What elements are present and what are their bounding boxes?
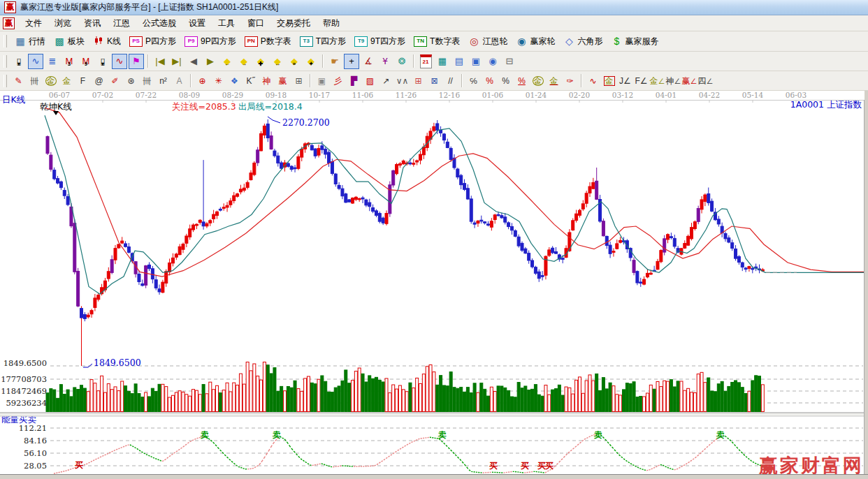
toolbar-button-kline-style-dropdown[interactable]: ▯▾ bbox=[11, 54, 27, 69]
menu-item-江恩[interactable]: 江恩 bbox=[107, 15, 136, 31]
toolbar-button-winner-wheel[interactable]: ◉赢家轮 bbox=[512, 34, 559, 49]
toolbar-button-crosshair[interactable]: + bbox=[344, 54, 359, 69]
toolbar-button-calculator[interactable]: ▦ bbox=[435, 54, 450, 69]
toolbar-button-ying-grid[interactable]: 赢 bbox=[275, 73, 290, 89]
toolbar-button-last-page[interactable]: ▶| bbox=[169, 54, 185, 69]
toolbar-button-zigzag-tool[interactable]: ∿ bbox=[112, 54, 127, 69]
toolbar-button-first-page[interactable]: |◀ bbox=[152, 54, 168, 69]
toolbar-button-shen-angle[interactable]: 神∠ bbox=[666, 73, 681, 89]
toolbar-button-winner-service[interactable]: $赢家服务 bbox=[607, 34, 663, 49]
toolbar-button-spiral[interactable]: @ bbox=[92, 73, 106, 89]
toolbar-button-gold-line[interactable]: 金 bbox=[547, 73, 561, 89]
toolbar-button-draw-pen[interactable]: ✎ bbox=[11, 73, 26, 89]
toolbar-button-gold-section[interactable]: 金 bbox=[59, 73, 74, 89]
toolbar-button-v-wave[interactable]: ∨∧ bbox=[395, 73, 410, 89]
toolbar-button-box-rays[interactable]: ▛ bbox=[347, 73, 361, 89]
toolbar-button-shen-grid[interactable]: 神 bbox=[259, 73, 274, 89]
menu-item-资讯[interactable]: 资讯 bbox=[78, 15, 107, 31]
toolbar-button-t-number[interactable]: TNT数字表 bbox=[410, 34, 464, 49]
toolbar-button-gann-grid[interactable]: 卌 bbox=[27, 73, 42, 89]
toolbar-button-ruler-123[interactable]: ⊞ bbox=[291, 73, 306, 89]
toolbar-button-parallel-lines[interactable]: // bbox=[443, 73, 458, 89]
toolbar-button-gold-section-circle[interactable]: 金 bbox=[43, 73, 58, 89]
toolbar-button-wave-3[interactable]: M3 bbox=[62, 54, 77, 69]
toolbar-button-dot-grid[interactable]: ⊞ bbox=[411, 73, 426, 89]
toolbar-button-wave-av[interactable]: ∿ bbox=[586, 73, 600, 89]
toolbar-button-p-square[interactable]: PSP四方形 bbox=[125, 34, 180, 49]
toolbar-button-brush[interactable]: ✑ bbox=[563, 73, 577, 89]
toolbar-button-grid-arrow[interactable]: ⊠ bbox=[427, 73, 442, 89]
toolbar-button-p-number[interactable]: PNP数字表 bbox=[240, 34, 296, 49]
toolbar-grip[interactable] bbox=[3, 55, 7, 68]
toolbar-button-calendar[interactable]: 21 bbox=[418, 54, 433, 69]
toolbar-button-four-angle[interactable]: 四∠ bbox=[698, 73, 713, 89]
toolbar-button-arrow-fan[interactable]: ↗ bbox=[379, 73, 393, 89]
menu-item-工具[interactable]: 工具 bbox=[212, 15, 241, 31]
toolbar-button-notes[interactable]: ▤ bbox=[451, 54, 467, 69]
toolbar-button-t-square[interactable]: T3T四方形 bbox=[296, 34, 350, 49]
panel-splitter[interactable] bbox=[0, 413, 865, 416]
toolbar-button-gold-box[interactable]: 金 bbox=[602, 73, 616, 89]
menu-item-设置[interactable]: 设置 bbox=[182, 15, 212, 31]
toolbar-button-quotes[interactable]: ▦行情 bbox=[10, 34, 50, 49]
toolbar-button-prev-bar[interactable]: ◀ bbox=[186, 54, 201, 69]
toolbar-button-box-diagonal[interactable]: ▨ bbox=[363, 73, 377, 89]
toolbar-button-save[interactable]: ▣ bbox=[468, 54, 484, 69]
toolbar-button-n-square[interactable]: n² bbox=[156, 73, 171, 89]
menu-item-交易委托[interactable]: 交易委托 bbox=[270, 15, 317, 31]
toolbar-button-percent[interactable]: % bbox=[498, 73, 513, 89]
toolbar-button-sectors[interactable]: ▩板块 bbox=[50, 34, 89, 49]
toolbar-button-j-angle[interactable]: J∠ bbox=[618, 73, 632, 89]
toolbar-button-center-view[interactable]: ◆✚ bbox=[253, 54, 268, 69]
toolbar-grip[interactable] bbox=[3, 35, 7, 47]
toolbar-button-ray-fan[interactable]: 彡 bbox=[331, 73, 345, 89]
toolbar-button-shift-left[interactable]: ◆← bbox=[219, 54, 235, 69]
toolbar-button-ying-angle[interactable]: 赢∠ bbox=[682, 73, 697, 89]
toolbar-button-percent-table[interactable]: ℅ bbox=[466, 73, 481, 89]
toolbar-button-hexagon[interactable]: ◇六角形 bbox=[559, 34, 607, 49]
toolbar-button-price-grid[interactable]: 卌 bbox=[140, 73, 154, 89]
toolbar-button-maze-tool[interactable]: ❂ bbox=[394, 54, 410, 69]
chart-area[interactable]: 06-0707-0207-2208-0908-2909-1810-1711-06… bbox=[0, 91, 868, 479]
toolbar-grip[interactable] bbox=[3, 75, 7, 87]
toolbar-button-web-search[interactable]: ◉ bbox=[485, 54, 500, 69]
toolbar-button-box-measure[interactable]: ▣ bbox=[314, 73, 329, 89]
toolbar-button-angle-lines[interactable]: A bbox=[172, 73, 187, 89]
toolbar-button-compress-view[interactable]: ◆» bbox=[287, 54, 302, 69]
toolbar-button-pen-ruler[interactable]: ✐ bbox=[108, 73, 122, 89]
toolbar-button-percent-line[interactable]: % bbox=[482, 73, 497, 89]
toolbar-button-gann-figure-tool[interactable]: Ұ bbox=[377, 54, 393, 69]
toolbar-button-next-bar[interactable]: ▶ bbox=[203, 54, 218, 69]
menu-item-公式选股[interactable]: 公式选股 bbox=[136, 15, 182, 31]
toolbar-button-percent-gold[interactable]: % bbox=[514, 73, 529, 89]
toolbar-button-shift-right[interactable]: ◆→ bbox=[236, 54, 252, 69]
toolbar-button-wave-9[interactable]: M9 bbox=[78, 54, 94, 69]
toolbar-button-zoom-wave-tool[interactable]: ∿ bbox=[28, 54, 43, 69]
menu-item-窗口[interactable]: 窗口 bbox=[241, 15, 270, 31]
toolbar-button-gold-ring[interactable]: 金 bbox=[530, 73, 545, 89]
toolbar-button-kline[interactable]: K线 bbox=[89, 34, 125, 49]
menu-item-帮助[interactable]: 帮助 bbox=[317, 15, 346, 31]
toolbar-button-radial-star[interactable]: ✳ bbox=[211, 73, 226, 89]
toolbar-button-delivery[interactable]: ⊟ bbox=[502, 54, 517, 69]
toolbar-button-t9-square[interactable]: T99T四方形 bbox=[350, 34, 410, 49]
toolbar-button-expand-horizontal[interactable]: ◆↔ bbox=[270, 54, 285, 69]
toolbar-button-flag-chart-tool[interactable]: ⚑ bbox=[129, 54, 144, 69]
toolbar-button-target-circle[interactable]: ⊕ bbox=[195, 73, 210, 89]
toolbar-button-restore-view[interactable]: ◆✦ bbox=[303, 54, 319, 69]
toolbar-button-k-quote[interactable]: K˝ bbox=[243, 73, 258, 89]
toolbar-button-pan-hand[interactable]: ☛ bbox=[327, 54, 342, 69]
toolbar-button-info-board[interactable]: ≣ bbox=[45, 54, 60, 69]
menu-item-浏览[interactable]: 浏览 bbox=[48, 15, 78, 31]
toolbar-button-gann-wheel[interactable]: ◎江恩轮 bbox=[464, 34, 512, 49]
toolbar-button-radial-box[interactable]: ❖ bbox=[227, 73, 242, 89]
toolbar-button-p9-square[interactable]: P99P四方形 bbox=[180, 34, 240, 49]
toolbar-button-circle-degree[interactable]: ⊛ bbox=[124, 73, 138, 89]
toolbar-button-angle-measure[interactable]: ∡ bbox=[361, 54, 376, 69]
kline-chart[interactable]: 06-0707-0207-2208-0908-2909-1810-1711-06… bbox=[0, 91, 868, 479]
toolbar-button-f-angle[interactable]: F∠ bbox=[634, 73, 649, 89]
toolbar-button-fibonacci-grid[interactable]: F bbox=[75, 73, 90, 89]
menu-item-文件[interactable]: 文件 bbox=[19, 15, 48, 31]
toolbar-button-gold-angle[interactable]: 金∠ bbox=[650, 73, 665, 89]
toolbar-button-candle-style-dropdown[interactable]: ▯▾ bbox=[95, 54, 110, 69]
